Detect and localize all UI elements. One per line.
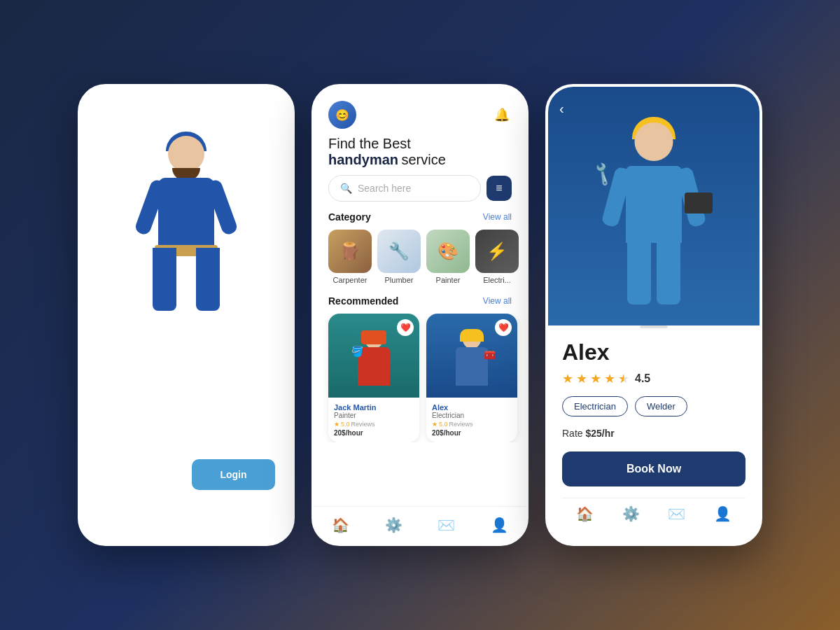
plumber-label: Plumber [385,276,414,284]
profile-hero: ‹ 🔧 [548,87,760,326]
onboarding-title: Your Trusted Fix-It Partners at Your Fin… [97,347,275,382]
alex-info: Alex Electrician ★ 5.0 Reviews 20$/hour [426,398,517,442]
electrician-label: Electri... [483,276,511,284]
jack-price: 20$/hour [334,429,414,437]
signup-button[interactable]: Sign up [97,459,183,490]
alex-profile-figure: 🔧 [584,108,724,318]
book-now-button[interactable]: Book Now [562,451,746,486]
login-button[interactable]: Login [192,459,275,490]
profile-name: Alex [562,340,746,365]
title-handyman: handyman [328,152,398,167]
alex-helmet [460,329,484,342]
phone-2-frame: 😊 🔔 Find the Best handyman service 🔍 Sea… [312,84,528,546]
onboarding-subtitle: Your shortcut to skilled handymen for al… [97,389,275,427]
detail-bottom-nav: 🏠 ⚙️ ✉️ 👤 [562,498,746,529]
alex-favorite[interactable]: ❤️ [495,319,512,336]
nav-messages[interactable]: ✉️ [438,517,455,533]
electrician-image: ⚡ [475,230,519,273]
category-view-all[interactable]: View all [483,212,512,222]
painter-label: Painter [436,276,461,284]
search-bar[interactable]: 🔍 Search here [328,175,481,202]
rec-card-alex[interactable]: 🧰 ❤️ Alex Electrician ★ 5.0 Reviews 20$/… [426,314,517,442]
plumber-icon: 🔧 [377,230,421,273]
home-header: 😊 🔔 [314,87,526,136]
home-title-line1: Find the Best [328,136,512,152]
jack-roller-icon: 🪣 [351,346,363,357]
recommended-view-all[interactable]: View all [483,296,512,306]
detail-nav-settings[interactable]: ⚙️ [622,505,640,522]
jack-reviews: Reviews [351,421,375,428]
profile-rate: Rate $25/hr [562,428,746,439]
detail-nav-messages[interactable]: ✉️ [668,505,685,522]
profile-detail-panel: Alex ★ ★ ★ ★ ★★ 4.5 Electrician Welder R… [548,312,760,543]
title-service: service [401,152,445,167]
star-3: ★ [590,371,601,386]
alex-leg-right [657,241,680,304]
dot-1 [174,440,179,445]
phone-3-content: ‹ 🔧 Alex ★ ★ ★ [548,87,760,543]
search-row: 🔍 Search here ≡ [314,175,526,211]
profile-rating: 4.5 [635,372,650,385]
phone-2-content: 😊 🔔 Find the Best handyman service 🔍 Sea… [314,87,526,543]
user-avatar[interactable]: 😊 [328,101,356,129]
jack-helmet [361,330,386,344]
back-button[interactable]: ‹ [559,101,564,117]
filter-icon: ≡ [496,182,502,195]
category-list: 🪵 Carpenter 🔧 Plumber 🎨 Painter ⚡ [314,230,526,295]
alex-reviews: Reviews [449,421,473,428]
alex-price: 20$/hour [432,429,512,437]
alex-role: Electrician [432,412,512,419]
phone-1-frame: Your Trusted Fix-It Partners at Your Fin… [78,84,295,546]
onboarding-dots [174,440,199,445]
rate-label: Rate [562,428,583,439]
dot-2 [183,440,189,445]
tag-welder[interactable]: Welder [635,396,687,416]
filter-button[interactable]: ≡ [486,176,512,201]
alex-leg-left [627,241,651,304]
electrician-icon: ⚡ [475,230,519,273]
phone-1-content: Your Trusted Fix-It Partners at Your Fin… [80,87,292,543]
star-1: ★ [562,371,573,386]
alex-star: ★ [432,421,438,428]
profile-tags: Electrician Welder [562,396,746,416]
category-carpenter[interactable]: 🪵 Carpenter [328,230,372,284]
detail-nav-profile[interactable]: 👤 [714,505,732,522]
avatar-icon: 😊 [335,108,349,122]
carpenter-icon: 🪵 [328,230,372,273]
jack-photo: 🪣 ❤️ [328,314,419,398]
worker-leg-right [196,248,220,311]
star-2: ★ [576,371,587,386]
category-plumber[interactable]: 🔧 Plumber [377,230,421,284]
jack-stars: ★ 5.0 Reviews [334,421,414,428]
painter-image: 🎨 [426,230,470,273]
tag-electrician[interactable]: Electrician [562,396,628,416]
phone-1-hero-image [97,108,275,332]
home-title-block: Find the Best handyman service [314,136,526,175]
search-placeholder: Search here [358,183,411,194]
dot-3 [193,440,199,445]
alex-toolbox-icon: 🧰 [484,349,496,360]
nav-settings[interactable]: ⚙️ [385,517,402,533]
toolbox-icon [685,192,713,214]
recommended-label: Recommended [328,295,398,307]
recommended-list: 🪣 ❤️ Jack Martin Painter ★ 5.0 Reviews 2… [314,314,526,442]
rec-card-jack[interactable]: 🪣 ❤️ Jack Martin Painter ★ 5.0 Reviews 2… [328,314,419,442]
notification-bell[interactable]: 🔔 [492,105,512,125]
jack-figure: 🪣 [346,328,402,398]
detail-nav-home[interactable]: 🏠 [576,505,594,522]
alex-rating: 5.0 [439,421,448,428]
jack-favorite[interactable]: ❤️ [397,319,414,336]
category-painter[interactable]: 🎨 Painter [426,230,470,284]
drag-handle[interactable] [640,326,668,328]
category-electrician[interactable]: ⚡ Electri... [475,230,519,284]
star-5-half: ★★ [618,371,629,386]
worker-illustration-1 [123,129,249,332]
nav-profile[interactable]: 👤 [491,517,508,533]
alex-stars: ★ 5.0 Reviews [432,421,512,428]
carpenter-label: Carpenter [333,276,368,284]
nav-home[interactable]: 🏠 [332,517,349,533]
jack-role: Painter [334,412,414,419]
star-4: ★ [604,371,615,386]
alex-figure: 🧰 [444,328,500,398]
alex-legs [627,241,680,304]
